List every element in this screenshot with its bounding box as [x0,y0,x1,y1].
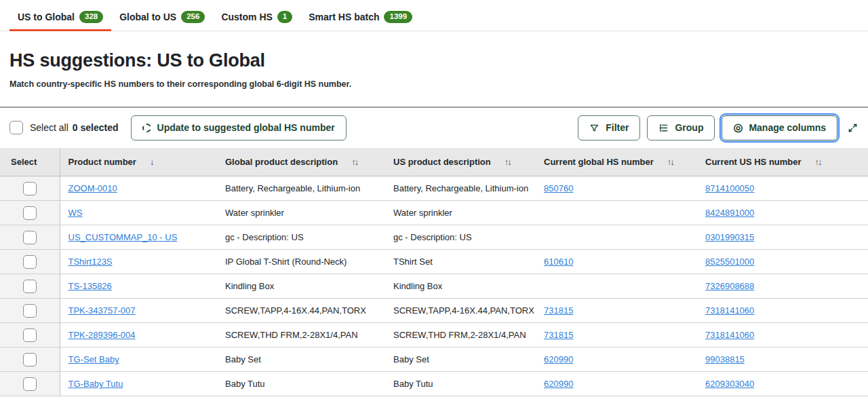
current_global_hs-cell: 731815 [536,323,697,347]
product_number-cell: TG-Set Baby [60,347,217,372]
column-header-global-description[interactable]: Global product description↑↓ [217,148,385,176]
current_us_hs-link[interactable]: 8424891000 [705,208,754,218]
row-checkbox[interactable] [23,353,37,366]
current_us_hs-link[interactable]: 99038815 [705,354,745,364]
row-checkbox[interactable] [23,231,37,244]
product_number-link[interactable]: US_CUSTOMMAP_10 - US [68,232,178,242]
tab-count-badge: 1 [277,11,292,23]
current_global_hs-link[interactable]: 850760 [544,183,573,193]
tab-bar: US to Global 328 Global to US 256 Custom… [0,0,868,31]
group-button-label: Group [675,122,703,133]
sort-both-icon[interactable]: ↑↓ [351,157,357,167]
row-checkbox[interactable] [23,182,37,195]
page-title: HS suggestions: US to Global [9,50,859,71]
product_number-link[interactable]: TG-Baby Tutu [68,379,123,389]
row-checkbox[interactable] [23,280,37,293]
us_description-cell: gc - Description: US [385,225,536,250]
row-checkbox[interactable] [23,206,37,220]
current_global_hs-link[interactable]: 731815 [544,305,573,316]
select-all-checkbox[interactable] [9,121,23,134]
product_number-link[interactable]: TShirt123S [68,257,113,267]
current_global_hs-link[interactable]: 731815 [544,330,573,340]
product_number-link[interactable]: TG-Set Baby [68,354,119,364]
current_us_hs-cell: 7326908688 [697,274,868,299]
row-checkbox[interactable] [23,304,37,318]
tab-global-to-us[interactable]: Global to US 256 [111,8,213,31]
sync-icon [142,124,151,132]
current_global_hs-link[interactable]: 620990 [544,379,573,389]
update-to-suggested-button[interactable]: Update to suggested global HS number [131,115,347,140]
product_number-cell: TG-Baby Tutu [60,372,217,396]
row-checkbox[interactable] [23,377,37,391]
current_us_hs-cell: 8714100050 [697,176,868,201]
tab-count-badge: 328 [79,11,103,23]
current_us_hs-link[interactable]: 0301990315 [705,232,754,242]
group-button[interactable]: Group [647,115,715,140]
manage-columns-label: Manage columns [749,122,826,133]
product_number-cell: TPK-343757-007 [60,299,217,323]
sort-both-icon[interactable]: ↑↓ [815,157,821,167]
row-select-cell [0,225,60,250]
current_global_hs-cell: 620990 [536,372,697,396]
product_number-link[interactable]: TS-135826 [68,281,112,291]
row-select-cell [0,274,60,299]
table-toolbar: Select all 0 selected Update to suggeste… [0,108,868,148]
tab-smart-hs-batch[interactable]: Smart HS batch 1399 [300,8,420,31]
table-body: ZOOM-0010Battery, Rechargeable, Lithium-… [0,176,868,396]
product_number-link[interactable]: TPK-343757-007 [68,305,136,316]
current_us_hs-cell: 7318141060 [697,323,868,347]
expand-diagonal-icon [847,122,859,134]
row-checkbox[interactable] [23,328,37,342]
current_global_hs-cell: 620990 [536,347,697,372]
us_description-cell: Battery, Rechargeable, Lithium-ion [385,176,536,201]
row-select-cell [0,372,60,396]
current_us_hs-link[interactable]: 7326908688 [705,281,754,291]
product_number-cell: TS-135826 [60,274,217,299]
row-select-cell [0,299,60,323]
row-select-cell [0,250,60,274]
filter-button[interactable]: Filter [578,115,640,140]
tab-label: US to Global [18,12,75,22]
product_number-cell: WS [60,201,217,225]
sort-both-icon[interactable]: ↑↓ [505,157,511,167]
current_us_hs-link[interactable]: 8525501000 [705,257,754,267]
table-row: TG-Baby TutuBaby TutuBaby Tutu6209906209… [0,372,868,396]
product_number-link[interactable]: TPK-289396-004 [68,330,136,340]
product_number-link[interactable]: ZOOM-0010 [68,183,117,193]
column-header-product-number[interactable]: Product number↓ [60,148,217,176]
current_us_hs-link[interactable]: 7318141060 [705,305,754,316]
tab-label: Smart HS batch [309,12,379,22]
column-header-current-us-hs[interactable]: Current US HS number↑↓ [697,148,868,176]
global_description-cell: SCREW,TAPP,4-16X.44,PAN,TORX [217,299,385,323]
current_us_hs-cell: 8424891000 [697,201,868,225]
us_description-cell: SCREW,THD FRM,2-28X1/4,PAN [385,323,536,347]
global_description-cell: Kindling Box [217,274,385,299]
view-columns-icon: ◎ [733,122,743,133]
current_us_hs-cell: 99038815 [697,347,868,372]
current_us_hs-link[interactable]: 8714100050 [705,183,754,193]
manage-columns-button[interactable]: ◎ Manage columns [722,115,837,140]
current_us_hs-link[interactable]: 7318141060 [705,330,754,340]
us_description-cell: SCREW,TAPP,4-16X.44,PAN,TORX [385,299,536,323]
sort-both-icon[interactable]: ↑↓ [667,157,673,167]
row-select-cell [0,201,60,225]
product_number-link[interactable]: WS [68,208,83,218]
current_global_hs-link[interactable]: 620990 [544,354,573,364]
row-select-cell [0,347,60,372]
current_us_hs-cell: 0301990315 [697,225,868,250]
global_description-cell: Baby Tutu [217,372,385,396]
global_description-cell: gc - Description: US [217,225,385,250]
row-select-cell [0,323,60,347]
sort-descending-icon[interactable]: ↓ [150,157,153,167]
column-header-current-global-hs[interactable]: Current global HS number↑↓ [536,148,697,176]
current_us_hs-link[interactable]: 6209303040 [705,379,754,389]
expand-table-button[interactable] [847,122,859,134]
row-checkbox[interactable] [23,255,37,269]
current_global_hs-cell [536,201,697,225]
tab-us-to-global[interactable]: US to Global 328 [9,8,111,31]
column-header-us-description[interactable]: US product description↑↓ [385,148,536,176]
product_number-cell: TPK-289396-004 [60,323,217,347]
current_global_hs-cell [536,225,697,250]
tab-custom-hs[interactable]: Custom HS 1 [213,8,300,31]
current_global_hs-link[interactable]: 610610 [544,257,573,267]
